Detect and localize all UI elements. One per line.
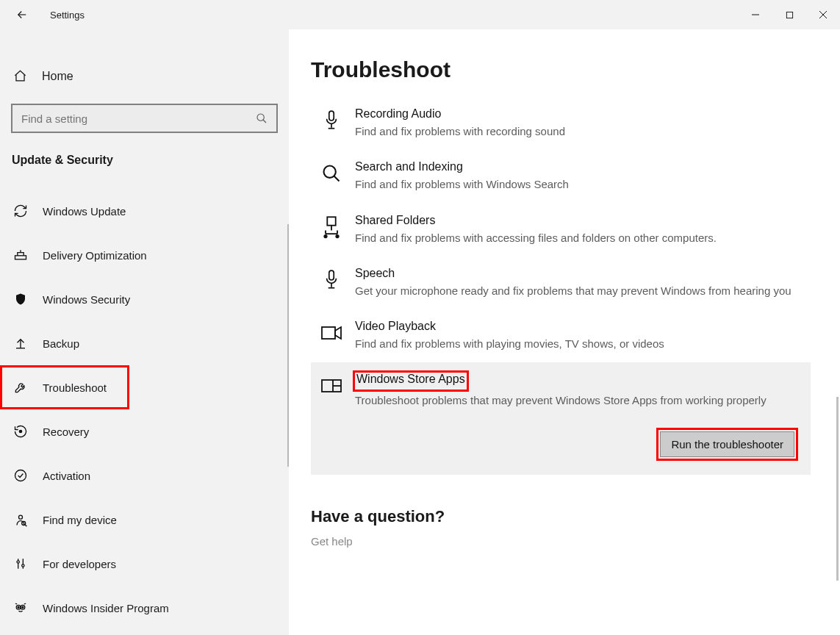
svg-point-12	[22, 606, 24, 608]
ts-title: Windows Store Apps	[356, 373, 465, 386]
sidebar-item-find-my-device[interactable]: Find my device	[0, 498, 289, 542]
sidebar-section-heading: Update & Security	[0, 154, 289, 167]
microphone-icon	[318, 267, 345, 293]
back-button[interactable]	[12, 4, 32, 25]
sidebar-item-label: Windows Security	[43, 293, 130, 306]
shared-folders-icon	[318, 214, 345, 240]
minimize-button[interactable]	[739, 0, 772, 29]
search-input[interactable]	[21, 112, 256, 125]
search-input-wrap[interactable]	[11, 104, 278, 133]
main-panel: Troubleshoot Recording Audio Find and fi…	[289, 29, 840, 635]
svg-point-16	[324, 234, 326, 237]
sidebar-item-label: Windows Insider Program	[43, 602, 169, 614]
svg-rect-0	[786, 12, 792, 18]
svg-point-14	[324, 166, 336, 178]
ts-desc: Troubleshoot problems that may prevent W…	[355, 392, 796, 409]
shield-icon	[13, 292, 28, 306]
ts-item-video-playback[interactable]: Video Playback Find and fix problems wit…	[311, 309, 811, 362]
developers-icon	[13, 556, 28, 571]
recovery-icon	[13, 424, 28, 439]
sidebar-item-activation[interactable]: Activation	[0, 453, 289, 498]
sidebar-home[interactable]: Home	[0, 62, 289, 90]
ts-desc: Find and fix problems with playing movie…	[355, 335, 796, 352]
insider-icon	[13, 600, 28, 615]
sync-icon	[13, 204, 28, 218]
sidebar-nav-list: Windows Update Delivery Optimization Win…	[0, 189, 289, 630]
sidebar-item-label: Backup	[43, 337, 79, 350]
svg-point-3	[19, 430, 21, 432]
sidebar-item-label: For developers	[43, 558, 116, 570]
ts-item-speech[interactable]: Speech Get your microphone ready and fix…	[311, 256, 811, 309]
sidebar-home-label: Home	[42, 70, 73, 83]
ts-title: Video Playback	[355, 320, 796, 333]
ts-item-windows-store-apps[interactable]: Windows Store Apps Troubleshoot problems…	[311, 362, 811, 474]
ts-item-search-indexing[interactable]: Search and Indexing Find and fix problem…	[311, 150, 811, 203]
find-device-icon	[13, 512, 28, 527]
close-button[interactable]	[806, 0, 840, 29]
svg-point-17	[336, 234, 338, 237]
backup-arrow-icon	[13, 336, 28, 351]
run-troubleshooter-button[interactable]: Run the troubleshooter	[660, 431, 794, 457]
delivery-icon	[13, 248, 28, 262]
sidebar-item-windows-update[interactable]: Windows Update	[0, 189, 289, 233]
window-titlebar: Settings	[0, 0, 840, 29]
sidebar-item-label: Delivery Optimization	[43, 249, 147, 262]
get-help-link[interactable]: Get help	[311, 535, 811, 548]
wrench-icon	[13, 380, 28, 395]
ts-desc: Get your microphone ready and fix proble…	[355, 282, 796, 299]
ts-desc: Find and fix problems with recording sou…	[355, 123, 796, 140]
ts-title: Search and Indexing	[355, 160, 796, 173]
sidebar-item-label: Recovery	[43, 426, 89, 438]
ts-item-shared-folders[interactable]: Shared Folders Find and fix problems wit…	[311, 204, 811, 256]
check-circle-icon	[13, 468, 28, 483]
sidebar-item-label: Activation	[43, 470, 90, 482]
ts-title: Recording Audio	[355, 107, 796, 121]
sidebar-item-delivery-optimization[interactable]: Delivery Optimization	[0, 233, 289, 277]
window-title: Settings	[50, 10, 85, 21]
sidebar: Home Update & Security Windows Update De…	[0, 29, 289, 635]
troubleshooter-list: Recording Audio Find and fix problems wi…	[311, 97, 811, 475]
sidebar-item-troubleshoot[interactable]: Troubleshoot	[0, 365, 129, 409]
svg-rect-15	[327, 217, 335, 225]
sidebar-item-label: Windows Update	[43, 205, 126, 218]
ts-title: Shared Folders	[355, 214, 796, 227]
ts-item-recording-audio[interactable]: Recording Audio Find and fix problems wi…	[311, 97, 811, 150]
svg-rect-19	[322, 327, 335, 339]
sidebar-item-label: Find my device	[43, 514, 117, 526]
ts-desc: Find and fix problems with Windows Searc…	[355, 176, 796, 193]
page-title: Troubleshoot	[311, 57, 811, 82]
ts-desc: Find and fix problems with accessing fil…	[355, 229, 796, 246]
maximize-button[interactable]	[772, 0, 806, 29]
microphone-icon	[318, 107, 345, 134]
svg-rect-18	[329, 270, 334, 280]
search-icon	[256, 112, 268, 124]
svg-rect-13	[329, 111, 334, 121]
sidebar-item-for-developers[interactable]: For developers	[0, 542, 289, 586]
apps-grid-icon	[318, 373, 345, 399]
svg-point-8	[22, 564, 24, 567]
search-icon	[318, 160, 345, 187]
video-icon	[318, 320, 345, 346]
svg-point-5	[19, 515, 23, 519]
sidebar-item-recovery[interactable]: Recovery	[0, 409, 289, 453]
svg-point-7	[17, 561, 19, 563]
home-icon	[13, 69, 27, 83]
sidebar-item-label: Troubleshoot	[43, 381, 107, 394]
svg-point-1	[257, 114, 264, 121]
sidebar-item-backup[interactable]: Backup	[0, 321, 289, 365]
svg-rect-2	[15, 256, 26, 259]
svg-point-4	[15, 470, 26, 481]
help-heading: Have a question?	[311, 507, 811, 526]
ts-title: Speech	[355, 267, 796, 280]
sidebar-item-windows-security[interactable]: Windows Security	[0, 277, 289, 321]
sidebar-item-windows-insider[interactable]: Windows Insider Program	[0, 586, 289, 630]
svg-point-11	[18, 606, 19, 608]
